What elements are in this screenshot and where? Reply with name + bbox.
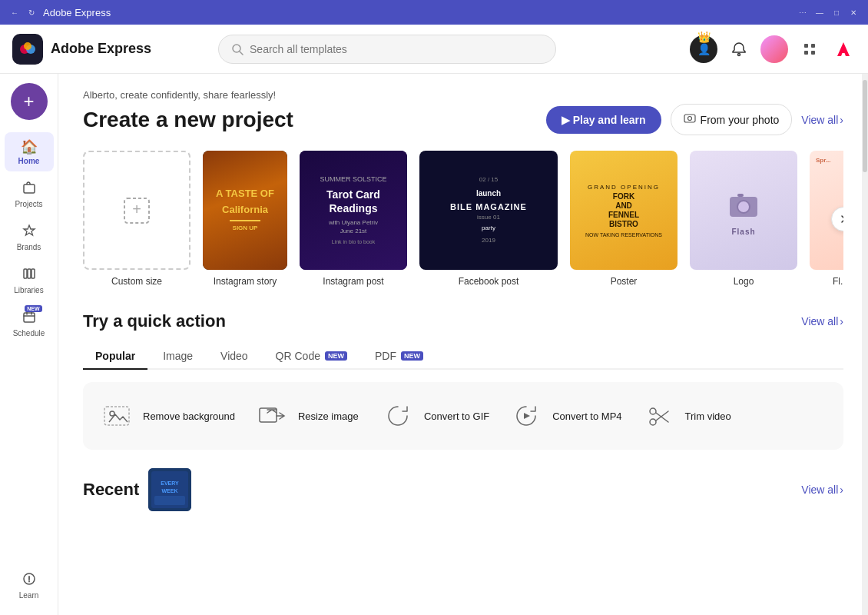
quick-action-gif[interactable]: Convert to GIF <box>379 397 489 434</box>
chevron-right-icon: › <box>840 114 843 126</box>
svg-point-5 <box>738 53 740 55</box>
svg-line-4 <box>240 52 243 55</box>
custom-size-icon: + <box>117 191 157 231</box>
tab-image[interactable]: Image <box>151 344 205 370</box>
remove-bg-label: Remove background <box>143 411 235 422</box>
app-name: Adobe Express <box>51 41 151 57</box>
refresh-button[interactable]: ↻ <box>26 7 37 18</box>
greeting-text: Alberto, create confidently, share fearl… <box>83 89 843 101</box>
sidebar-label-projects: Projects <box>15 200 42 208</box>
quick-action-tabs: Popular Image Video QR Code NEW PDF NEW <box>83 344 843 370</box>
adobe-button[interactable] <box>831 37 856 62</box>
ig-story-thumb: A TASTE OF California SIGN UP <box>203 151 287 270</box>
titlebar: ← ↻ Adobe Express ⋯ — □ ✕ <box>0 0 868 25</box>
ig-post-thumb: SUMMER SOLSTICE Tarot CardReadings with … <box>300 151 407 270</box>
brands-icon <box>22 224 36 241</box>
svg-rect-32 <box>154 496 185 505</box>
custom-size-label: Custom size <box>111 276 162 287</box>
logo-area: Adobe Express <box>12 34 151 65</box>
poster-label: Poster <box>611 276 638 287</box>
sidebar-item-home[interactable]: 🏠 Home <box>5 132 54 171</box>
svg-text:WEEK: WEEK <box>162 488 178 494</box>
svg-rect-12 <box>28 269 31 278</box>
schedule-new-badge: NEW <box>25 305 41 312</box>
sidebar-item-schedule[interactable]: NEW Schedule <box>5 304 54 344</box>
sidebar-item-projects[interactable]: Projects <box>5 175 54 214</box>
svg-rect-6 <box>804 44 808 48</box>
logo-camera-icon <box>724 184 764 224</box>
user-avatar[interactable] <box>760 35 788 63</box>
schedule-icon <box>22 311 36 327</box>
quick-action-mp4[interactable]: Convert to MP4 <box>508 397 621 434</box>
template-poster[interactable]: GRAND OPENING FORKANDFENNELBISTRO NOW TA… <box>570 151 678 287</box>
notifications-button[interactable] <box>727 37 751 62</box>
svg-text:EVERY: EVERY <box>161 480 180 486</box>
svg-rect-22 <box>737 194 744 197</box>
quick-action-remove-bg[interactable]: Remove background <box>98 397 235 434</box>
apps-button[interactable] <box>797 37 822 62</box>
tab-popular[interactable]: Popular <box>83 344 147 370</box>
logo-icon <box>12 34 43 65</box>
svg-point-24 <box>110 411 114 416</box>
header-actions: 👤 👑 <box>690 35 856 63</box>
maximize-button[interactable]: □ <box>831 7 842 18</box>
crown-avatar[interactable]: 👤 👑 <box>690 35 717 63</box>
quick-actions-view-all-button[interactable]: View all › <box>801 315 843 327</box>
tab-pdf[interactable]: PDF NEW <box>363 344 436 370</box>
svg-point-2 <box>24 42 31 50</box>
templates-view-all-button[interactable]: View all › <box>801 114 843 126</box>
sidebar: + 🏠 Home Projects Brands <box>0 74 58 615</box>
svg-rect-9 <box>811 51 815 55</box>
trim-icon <box>641 397 678 434</box>
play-icon: ▶ <box>562 114 570 126</box>
ig-story-label: Instagram story <box>214 276 277 287</box>
templates-row: + Custom size A TASTE OF California SIGN… <box>83 151 843 287</box>
create-section-title: Create a new project <box>83 108 293 132</box>
recent-section: Recent EVERY WEEK View all › <box>83 468 843 511</box>
scrollbar-thumb[interactable] <box>863 80 867 172</box>
create-section-header: Create a new project ▶ Play and learn Fr… <box>83 104 843 135</box>
search-bar[interactable] <box>218 35 556 64</box>
close-button[interactable]: ✕ <box>848 7 859 18</box>
play-learn-button[interactable]: ▶ Play and learn <box>546 106 661 134</box>
template-ig-story[interactable]: A TASTE OF California SIGN UP Instagram … <box>203 151 287 287</box>
ig-post-label: Instagram post <box>323 276 383 287</box>
resize-icon <box>253 397 290 434</box>
header: Adobe Express 👤 👑 <box>0 25 868 74</box>
quick-actions-header: Try a quick action View all › <box>83 311 843 331</box>
sidebar-label-libraries: Libraries <box>14 286 43 294</box>
svg-point-26 <box>650 419 656 425</box>
minimize-button[interactable]: — <box>814 7 825 18</box>
template-ig-post[interactable]: SUMMER SOLSTICE Tarot CardReadings with … <box>300 151 407 287</box>
template-custom[interactable]: + Custom size <box>83 151 190 287</box>
more-button[interactable]: ⋯ <box>797 7 808 18</box>
main-content: Alberto, create confidently, share fearl… <box>58 74 868 615</box>
tab-video[interactable]: Video <box>208 344 260 370</box>
home-icon: 🏠 <box>21 138 38 155</box>
sidebar-item-brands[interactable]: Brands <box>5 218 54 258</box>
template-fb-post[interactable]: 02 / 15 launch BILE MAGAZINE issue 01 pa… <box>419 151 558 287</box>
learn-icon <box>22 572 36 590</box>
search-input[interactable] <box>250 43 543 55</box>
recent-item-thumb[interactable]: EVERY WEEK <box>148 468 191 511</box>
crown-badge: 👑 <box>697 31 711 43</box>
recent-view-all-button[interactable]: View all › <box>801 484 843 496</box>
svg-rect-16 <box>684 115 695 122</box>
svg-point-17 <box>687 117 691 121</box>
quick-action-trim[interactable]: Trim video <box>641 397 748 434</box>
fb-post-label: Facebook post <box>459 276 519 287</box>
flyer-label: Fl... <box>833 276 843 287</box>
svg-point-27 <box>650 408 656 414</box>
sidebar-item-learn[interactable]: Learn <box>5 566 54 606</box>
svg-rect-14 <box>24 313 35 322</box>
tab-qr-code[interactable]: QR Code NEW <box>263 344 359 370</box>
quick-action-resize[interactable]: Resize image <box>253 397 361 434</box>
back-button[interactable]: ← <box>9 7 20 18</box>
create-button[interactable]: + <box>11 83 48 120</box>
svg-rect-10 <box>24 184 35 193</box>
sidebar-item-libraries[interactable]: Libraries <box>5 261 54 301</box>
sidebar-label-home: Home <box>18 157 40 165</box>
template-logo[interactable]: Flash Logo <box>690 151 797 287</box>
gif-label: Convert to GIF <box>424 411 489 422</box>
from-photo-button[interactable]: From your photo <box>671 104 793 135</box>
